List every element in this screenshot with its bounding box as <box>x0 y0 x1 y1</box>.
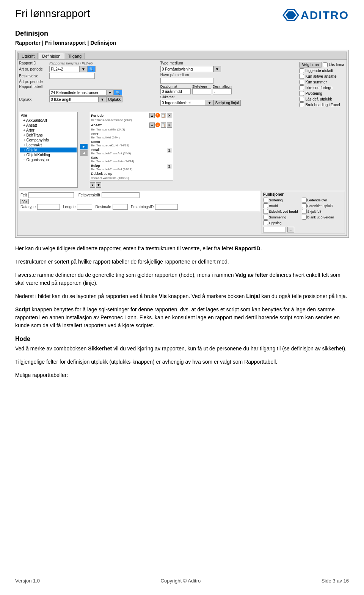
tree-item-artnr[interactable]: + Artnr <box>20 128 77 133</box>
kun-aktive-checkbox[interactable] <box>299 74 304 79</box>
beskrivelse-input[interactable] <box>49 73 95 79</box>
liggende-checkbox[interactable] <box>299 68 304 73</box>
sortering-row: Sortering <box>263 198 298 203</box>
type-medium-label: Type medium <box>160 61 198 65</box>
sikkerhet-input[interactable] <box>160 100 206 106</box>
brudd-checkbox[interactable] <box>263 203 268 208</box>
blank-label: Blank ut 0-verdier <box>308 215 334 219</box>
rapport-tabell-dropdown-btn[interactable]: ▼ <box>106 89 114 96</box>
paragraph-5: Script knappen benyttes for å lage sql-s… <box>15 306 349 330</box>
script-linjal-btn[interactable]: Script og linjal <box>213 100 241 106</box>
kun-summer-checkbox[interactable] <box>299 80 304 85</box>
move-down-btn[interactable]: ▼ <box>96 182 101 188</box>
skjult-label: Skjult felt <box>308 210 322 214</box>
antall-sigma-btn[interactable]: Σ <box>167 148 172 153</box>
skilletegn-input[interactable] <box>192 88 211 94</box>
tree-item-behtrans[interactable]: + BehTrans <box>20 133 77 138</box>
fields-header-btns: ▲ 1 📋 ✕ <box>149 113 172 118</box>
sikkerhet-label: Sikkerhet <box>160 95 175 99</box>
ikke-snu-checkbox[interactable] <box>299 85 304 90</box>
dataformat-input[interactable] <box>160 88 191 94</box>
sortering-checkbox[interactable] <box>263 198 268 203</box>
arrow-buttons: ► ◄ <box>79 112 88 188</box>
data-format-row: Dataformat Skilletegn Desimaltegn <box>160 85 297 94</box>
antall-row: Antall BehTrans.behTransAnt (24/9) Σ <box>91 148 172 155</box>
move-up-btn[interactable]: ▲ <box>90 182 95 188</box>
desimaltegn-input[interactable] <box>213 88 232 94</box>
summering-checkbox[interactable] <box>263 215 268 220</box>
skjult-checkbox[interactable] <box>302 209 307 214</box>
tree-item-alle[interactable]: Alle <box>20 113 77 118</box>
oppslag-label: Oppslag <box>269 221 282 225</box>
add-field-btn[interactable]: ► <box>80 144 88 149</box>
bruk-heading-checkbox[interactable] <box>299 102 304 107</box>
tree-item-akksaldoart[interactable]: + AkkSaldoArt <box>20 118 77 123</box>
navn-medium-input[interactable] <box>160 78 213 84</box>
sideskift-checkbox[interactable] <box>263 209 268 214</box>
desimaltegn-group: Desimaltegn <box>213 85 232 94</box>
fields-x-btn[interactable]: ✕ <box>167 113 172 118</box>
lengde-input[interactable] <box>77 204 92 210</box>
ansatt-header-btns: ▲ 2 📋 ✕ <box>149 122 172 128</box>
erstatningsid-input[interactable] <box>155 204 178 210</box>
type-medium-row: Type medium <box>160 61 297 65</box>
breadcrumb: Rapporter | Fri lønnsrapport | Definisjo… <box>15 40 349 46</box>
type-medium-input[interactable] <box>160 66 213 72</box>
fields-up-btn[interactable]: ▲ <box>149 113 155 118</box>
tree-item-organisasjon[interactable]: − Organisasjon <box>20 157 77 162</box>
velg-firma-btn[interactable]: Velg firma <box>299 62 321 68</box>
pivotering-checkbox[interactable] <box>299 91 304 96</box>
artnr-label: Artnr <box>91 132 99 136</box>
screenshot-container: Utskrift Definisjon Tilgang RapportID Ra… <box>15 50 349 238</box>
behtrans-regn: BehTrans.regnKtoNr (24/19) <box>91 144 172 147</box>
tree-item-objektkobling[interactable]: + ObjektKobling <box>20 152 77 157</box>
sideskift-row: Sideskift ved brudd <box>263 209 298 214</box>
utplukk-dropdown-btn[interactable]: ▼ <box>99 96 106 102</box>
rapport-tabell-search-btn[interactable]: 🔍 <box>114 89 122 96</box>
ansatt-x-btn[interactable]: ✕ <box>167 122 172 128</box>
sikkerhet-dropdown-btn[interactable]: ▼ <box>206 100 213 106</box>
tree-item-companyinfo[interactable]: + CompanyInfo <box>20 138 77 143</box>
form-area: RapportID Rapporten benyttes i PLWeb Art… <box>17 60 347 110</box>
tab-tilgang[interactable]: Tilgang <box>65 53 85 59</box>
las-def-checkbox[interactable] <box>299 97 304 102</box>
datatype-input[interactable] <box>37 204 60 210</box>
functions-input[interactable] <box>263 227 286 232</box>
desimale-input[interactable] <box>113 204 128 210</box>
blank-checkbox[interactable] <box>302 215 307 220</box>
forenklet-checkbox[interactable] <box>302 203 307 208</box>
remove-field-btn[interactable]: ◄ <box>80 150 88 156</box>
hode-paragraph: Ved å merke av comboboksen Sikkerhet vil… <box>15 345 349 353</box>
rapport-tabell-input[interactable] <box>49 89 106 96</box>
dataformat-label: Dataformat <box>160 85 191 88</box>
art-input[interactable] <box>49 66 80 72</box>
functions-extra-btn[interactable]: ... <box>287 227 294 232</box>
tree-item-objekt[interactable]: + Objekt <box>20 148 77 152</box>
utplukk-btn[interactable]: Utplukk <box>106 96 122 102</box>
ansatt-up-btn[interactable]: ▲ <box>149 122 155 128</box>
tab-utskrift[interactable]: Utskrift <box>18 53 38 59</box>
bottom-section: Felt Feltoverskrift Vis Datatype Lengde <box>17 189 347 235</box>
las-firma-label: Lås firma <box>329 63 344 67</box>
form-middle: Type medium ▼ Navn på medium Datafo <box>157 61 297 109</box>
fields-copy-btn[interactable]: 📋 <box>161 113 166 118</box>
belop-sigma-btn[interactable]: Σ <box>167 164 172 169</box>
ansatt-copy-btn[interactable]: 📋 <box>161 122 166 128</box>
las-firma-checkbox[interactable] <box>323 62 328 67</box>
utplukk-input[interactable] <box>49 96 99 102</box>
tilgjengelige-paragraph: Tilgjengelige felter for definisjon utpl… <box>15 358 349 366</box>
rapportid-label: RapportID <box>19 61 49 65</box>
tree-item-loennart[interactable]: + LoennArt <box>20 143 77 148</box>
type-medium-dropdown-btn[interactable]: ▼ <box>213 66 221 72</box>
tree-item-ansatt[interactable]: + Ansatt <box>20 123 77 128</box>
ledende-checkbox[interactable] <box>302 198 307 203</box>
tab-definisjon[interactable]: Definisjon <box>39 53 64 59</box>
vis-btn[interactable]: Vis <box>20 199 29 204</box>
footer-page: Side 3 av 16 <box>322 578 349 584</box>
oppslag-checkbox[interactable] <box>263 220 268 225</box>
art-search-btn[interactable]: 🔍 <box>87 66 96 72</box>
felt-input[interactable] <box>28 192 74 198</box>
art-dropdown-btn[interactable]: ▼ <box>80 66 87 72</box>
feltoverskrift-input[interactable] <box>102 192 140 198</box>
lengde-label: Lengde <box>63 205 75 209</box>
